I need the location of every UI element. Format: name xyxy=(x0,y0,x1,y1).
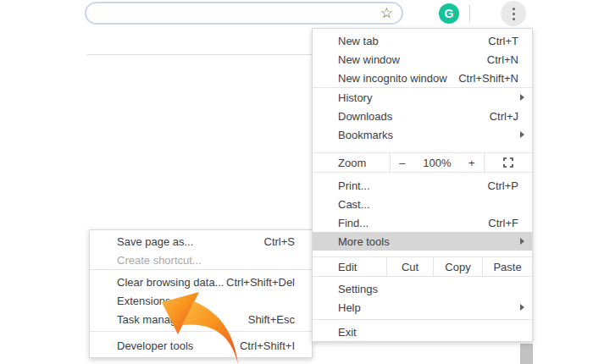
submenu-item-save-page-as[interactable]: Save page as... Ctrl+S xyxy=(90,232,312,251)
kebab-dot-icon xyxy=(513,13,515,15)
menu-item-label: Downloads xyxy=(338,110,392,123)
zoom-row: Zoom – 100% + xyxy=(313,152,532,173)
menu-separator xyxy=(90,269,312,270)
menu-item-label: Bookmarks xyxy=(338,129,393,141)
kebab-dot-icon xyxy=(513,8,515,10)
toolbar-divider xyxy=(469,5,470,22)
submenu-item-developer-tools[interactable]: Developer tools Ctrl+Shift+I xyxy=(90,335,312,356)
menu-item-label: Settings xyxy=(338,283,378,295)
zoom-controls: – 100% + xyxy=(390,153,485,172)
grammarly-extension-icon[interactable]: G xyxy=(439,3,459,24)
menu-item-new-window[interactable]: New window Ctrl+N xyxy=(313,50,532,69)
page-content-divider xyxy=(87,54,312,55)
menu-item-label: New tab xyxy=(338,35,379,47)
menu-item-new-tab[interactable]: New tab Ctrl+T xyxy=(313,31,532,50)
menu-separator xyxy=(313,319,532,320)
menu-item-label: New window xyxy=(338,53,400,66)
fullscreen-button[interactable] xyxy=(485,153,532,172)
menu-item-new-incognito-window[interactable]: New incognito window Ctrl+Shift+N xyxy=(313,69,532,87)
menu-item-label: Extensions xyxy=(117,295,171,307)
menu-item-label: Print... xyxy=(338,179,370,192)
submenu-arrow-icon xyxy=(520,304,524,311)
browser-menu-button[interactable] xyxy=(501,1,526,26)
menu-item-shortcut: Shift+Esc xyxy=(248,313,295,326)
menu-item-cast[interactable]: Cast... xyxy=(313,195,532,213)
menu-item-label: New incognito window xyxy=(338,72,447,85)
menu-item-label: Task manager xyxy=(117,313,186,326)
menu-item-shortcut: Ctrl+T xyxy=(488,35,518,47)
menu-item-history[interactable]: History xyxy=(313,88,532,107)
menu-item-bookmarks[interactable]: Bookmarks xyxy=(313,125,532,144)
address-bar[interactable]: ☆ xyxy=(85,2,403,25)
browser-dropdown-menu: New tab Ctrl+T New window Ctrl+N New inc… xyxy=(312,28,533,342)
menu-item-more-tools[interactable]: More tools xyxy=(313,232,532,251)
cut-button[interactable]: Cut xyxy=(386,257,433,276)
menu-item-label: History xyxy=(338,91,372,104)
menu-item-label: Developer tools xyxy=(117,339,193,352)
copy-button[interactable]: Copy xyxy=(433,257,482,276)
menu-item-shortcut: Ctrl+J xyxy=(490,110,518,123)
zoom-in-button[interactable]: + xyxy=(468,157,475,169)
page-scrollbar-thumb[interactable] xyxy=(520,344,533,364)
browser-window: ☆ G New tab Ctrl+T New window Ctrl+N New… xyxy=(0,0,593,364)
menu-item-label: More tools xyxy=(338,235,390,248)
edit-label: Edit xyxy=(313,257,386,276)
menu-item-shortcut: Ctrl+S xyxy=(264,235,295,248)
menu-item-shortcut: Ctrl+P xyxy=(488,179,518,192)
menu-item-settings[interactable]: Settings xyxy=(313,279,532,298)
menu-item-label: Create shortcut... xyxy=(117,254,202,267)
menu-item-label: Cast... xyxy=(338,198,370,211)
menu-item-shortcut: Ctrl+Shift+N xyxy=(458,72,518,85)
menu-item-label: Clear browsing data... xyxy=(117,276,224,289)
submenu-item-extensions[interactable]: Extensions xyxy=(90,291,312,310)
menu-item-downloads[interactable]: Downloads Ctrl+J xyxy=(313,107,532,125)
menu-item-shortcut: Ctrl+Shift+Del xyxy=(226,276,295,289)
menu-item-shortcut: Ctrl+Shift+I xyxy=(240,339,295,352)
zoom-label: Zoom xyxy=(313,153,390,172)
zoom-out-button[interactable]: – xyxy=(399,157,405,169)
kebab-dot-icon xyxy=(513,18,515,20)
submenu-item-task-manager[interactable]: Task manager Shift+Esc xyxy=(90,310,312,328)
menu-item-exit[interactable]: Exit xyxy=(313,323,532,341)
paste-button[interactable]: Paste xyxy=(482,257,532,276)
fullscreen-icon xyxy=(503,157,513,168)
bookmark-star-icon[interactable]: ☆ xyxy=(380,6,393,20)
menu-separator xyxy=(90,331,312,332)
menu-item-label: Find... xyxy=(338,217,369,229)
submenu-item-create-shortcut: Create shortcut... xyxy=(90,251,312,269)
menu-item-shortcut: Ctrl+N xyxy=(487,53,518,66)
submenu-arrow-icon xyxy=(520,94,524,101)
menu-item-label: Help xyxy=(338,301,361,314)
menu-item-print[interactable]: Print... Ctrl+P xyxy=(313,176,532,195)
menu-item-label: Save page as... xyxy=(117,235,193,248)
grammarly-letter: G xyxy=(445,8,454,19)
edit-row: Edit Cut Copy Paste xyxy=(313,256,532,277)
menu-item-label: Exit xyxy=(338,326,357,339)
submenu-arrow-icon xyxy=(520,131,524,138)
menu-item-help[interactable]: Help xyxy=(313,298,532,317)
submenu-arrow-icon xyxy=(520,238,524,245)
more-tools-submenu: Save page as... Ctrl+S Create shortcut..… xyxy=(89,229,313,358)
zoom-level-value: 100% xyxy=(423,157,451,169)
submenu-item-clear-browsing-data[interactable]: Clear browsing data... Ctrl+Shift+Del xyxy=(90,273,312,291)
menu-item-shortcut: Ctrl+F xyxy=(488,217,518,229)
menu-item-find[interactable]: Find... Ctrl+F xyxy=(313,213,532,232)
